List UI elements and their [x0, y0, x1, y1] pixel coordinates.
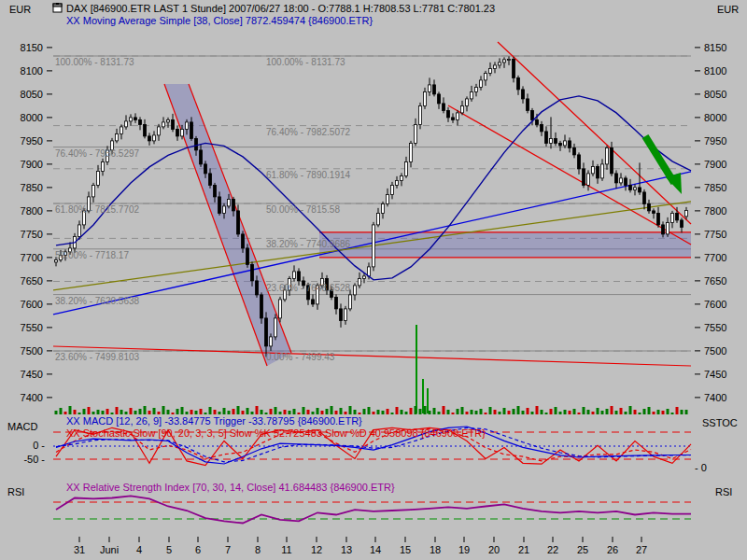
y-axis-label-right: 7750: [704, 230, 726, 240]
candle-body: [615, 174, 618, 183]
volume-bar: [620, 408, 623, 414]
x-axis-label: 21: [518, 545, 529, 555]
volume-bar: [139, 409, 142, 414]
sstoc-panel-label: SSTOC: [702, 417, 738, 428]
volume-bar: [363, 409, 366, 414]
volume-bar: [275, 407, 277, 414]
candle-body: [335, 297, 338, 309]
red-trendline[interactable]: [448, 105, 691, 245]
volume-bar: [410, 408, 413, 414]
volume-bar: [88, 407, 91, 414]
y-axis-label-right: 8000: [704, 113, 726, 123]
volume-bar: [134, 411, 137, 414]
candle-body: [312, 300, 315, 304]
y-axis-label-left: 8050: [2, 90, 43, 100]
candle-body: [471, 91, 473, 99]
volume-bar: [489, 407, 492, 414]
candle-body: [494, 65, 497, 69]
volume-bar: [629, 406, 632, 414]
volume-bar: [312, 412, 315, 414]
volume-bar: [587, 410, 590, 414]
candle-body: [503, 60, 506, 63]
x-axis-label: 18: [430, 545, 441, 555]
volume-bar: [204, 413, 207, 414]
red-trendline[interactable]: [189, 84, 291, 353]
y-axis-label-right: 7500: [704, 346, 726, 357]
volume-bar: [480, 409, 483, 414]
y-axis-label-left: 7400: [2, 393, 43, 403]
volume-bar: [265, 413, 268, 414]
stochastic-legend: XX Stochastic Slow [90, 20, 3, 3, 5] Slo…: [66, 427, 486, 439]
candle-body: [256, 281, 259, 295]
candle-body: [242, 234, 245, 248]
candle-body: [643, 192, 646, 204]
candle-body: [681, 220, 684, 228]
red-trendline[interactable]: [164, 84, 267, 366]
candle-body: [438, 94, 441, 104]
volume-bar: [461, 407, 464, 414]
volume-bar: [433, 408, 436, 414]
volume-bar: [307, 410, 310, 414]
candle-body: [233, 199, 235, 211]
currency-label-left: EUR: [9, 4, 31, 15]
volume-bar: [601, 411, 604, 414]
candle-body: [265, 318, 268, 346]
volume-bar: [237, 406, 240, 414]
x-axis-label: 7: [225, 545, 231, 555]
volume-bar: [102, 411, 105, 414]
volume-bar: [158, 412, 161, 414]
fib-level-label: 38.20% - 7740.9686: [266, 240, 350, 249]
candle-body: [237, 211, 240, 234]
candle-body: [457, 113, 459, 119]
chart-canvas[interactable]: [0, 0, 747, 560]
volume-bar: [503, 408, 506, 414]
volume-bar: [153, 408, 156, 414]
candle-body: [176, 129, 179, 136]
y-axis-label-left: 7800: [2, 206, 43, 217]
volume-bar: [293, 409, 296, 414]
volume-bar: [676, 407, 679, 414]
fib-level-label: 23.60% - 7648.6528: [266, 284, 350, 293]
candle-body: [391, 185, 394, 194]
chart-window-icon[interactable]: [52, 3, 63, 14]
candle-body: [359, 278, 361, 286]
volume-bar: [377, 410, 380, 414]
fib-level-label: 50.00% - 7815.58: [266, 205, 340, 215]
candle-body: [601, 164, 604, 178]
volume-bar: [382, 411, 385, 414]
volume-bar: [106, 409, 109, 414]
candle-body: [368, 267, 371, 276]
candle-body: [527, 99, 529, 111]
candle-body: [410, 143, 413, 161]
candle-body: [261, 295, 263, 318]
red-trendline[interactable]: [498, 42, 691, 224]
volume-bar: [214, 410, 217, 414]
volume-bar: [564, 410, 567, 414]
volume-bar: [681, 410, 684, 414]
x-axis-label: 19: [458, 545, 470, 555]
y-axis-label-left: 7550: [2, 323, 43, 333]
volume-bar: [284, 410, 287, 414]
y-axis-label-right: 7450: [704, 370, 726, 380]
volume-bar: [195, 411, 198, 414]
candle-body: [648, 203, 651, 211]
volume-bar: [270, 409, 273, 414]
volume-bar: [625, 412, 627, 414]
volume-bar: [415, 406, 417, 414]
volume-bar: [92, 412, 95, 414]
candle-body: [550, 138, 553, 143]
candle-body: [634, 188, 637, 190]
volume-bar: [429, 411, 431, 414]
volume-bar: [555, 407, 557, 414]
volume-bar: [120, 410, 123, 414]
candle-body: [204, 164, 207, 174]
candle-body: [167, 119, 170, 122]
candle-body: [102, 161, 105, 171]
volume-bar: [531, 412, 534, 414]
volume-bar: [251, 412, 254, 414]
volume-bar: [401, 410, 403, 414]
x-axis-label: 6: [195, 545, 201, 555]
red-trendline[interactable]: [53, 346, 691, 366]
candle-body: [611, 147, 613, 174]
volume-bar: [55, 411, 58, 414]
